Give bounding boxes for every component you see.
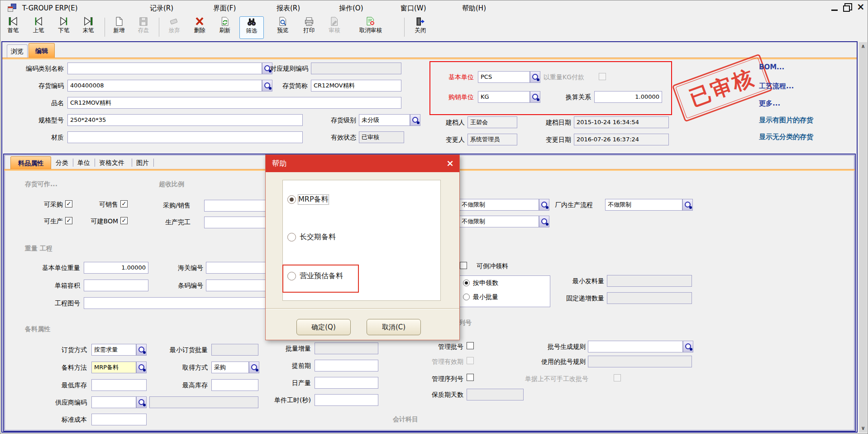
- manage-batch-checkbox[interactable]: [467, 342, 474, 349]
- subtab-qualification[interactable]: 资格文件: [99, 159, 124, 167]
- can-make-checkbox[interactable]: ✓: [65, 217, 72, 224]
- cancel-button[interactable]: 取消(C): [367, 319, 421, 335]
- link-bom[interactable]: BOM...: [759, 63, 784, 71]
- restriction-1-lookup-icon[interactable]: [539, 199, 549, 211]
- prep-method-lookup-icon[interactable]: [136, 362, 147, 373]
- by-request-radio[interactable]: [463, 280, 470, 286]
- factory-flow-label: 厂内生产流程: [555, 201, 593, 209]
- link-show-with-images[interactable]: 显示有图片的存货: [759, 116, 813, 125]
- order-mode-field[interactable]: 按需求量: [91, 344, 136, 356]
- toolbar-preview-button[interactable]: 预览: [272, 16, 294, 39]
- toolbar-delete-button[interactable]: 删除: [189, 16, 210, 39]
- manage-serial-checkbox[interactable]: [467, 374, 474, 381]
- min-stock-field[interactable]: [91, 379, 147, 391]
- toolbar-first-button[interactable]: 首笔: [2, 16, 24, 39]
- inv-level-lookup-icon[interactable]: [410, 114, 420, 126]
- option-sales-forecast-radio[interactable]: [287, 272, 296, 280]
- conversion-label: 换算关系: [555, 93, 591, 101]
- min-batch-radio[interactable]: [463, 294, 470, 300]
- inv-code-field[interactable]: 400400008: [67, 80, 262, 92]
- menu-operate[interactable]: 操作(O): [339, 4, 363, 13]
- link-process-flow[interactable]: 工艺流程...: [759, 82, 794, 91]
- toolbar-last-button[interactable]: 末笔: [77, 16, 99, 39]
- link-more[interactable]: 更多...: [759, 99, 780, 108]
- base-unit-weight-field[interactable]: 1.00000: [84, 262, 148, 274]
- can-buy-checkbox[interactable]: ✓: [65, 200, 72, 207]
- subtab-image[interactable]: 图片: [136, 159, 149, 167]
- material-field[interactable]: [67, 131, 303, 143]
- fixed-increment-field: [607, 292, 692, 304]
- ok-button[interactable]: 确定(Q): [296, 319, 351, 335]
- toolbar-print-button[interactable]: 打印: [298, 16, 320, 39]
- option-sales-forecast-label[interactable]: 营业预估备料: [300, 271, 343, 281]
- vendor-code-field[interactable]: [91, 396, 136, 408]
- subtab-unit[interactable]: 单位: [77, 159, 90, 167]
- spec-field[interactable]: 250*240*35: [67, 114, 303, 126]
- menu-interface[interactable]: 界面(F): [213, 4, 236, 13]
- menu-window[interactable]: 窗口(W): [401, 4, 426, 13]
- prep-method-label: 备料方法: [51, 364, 87, 372]
- restriction-field-2[interactable]: 不做限制: [459, 216, 539, 227]
- can-bom-checkbox[interactable]: ✓: [120, 217, 128, 224]
- restriction-field-1[interactable]: 不做限制: [459, 199, 539, 211]
- toolbar-cancel-audit-button[interactable]: 取消审核: [349, 16, 392, 39]
- subtab-category[interactable]: 分类: [56, 159, 68, 167]
- can-sell-checkbox[interactable]: ✓: [120, 200, 128, 207]
- std-cost-field[interactable]: [91, 414, 147, 425]
- toolbar-close-button[interactable]: 关闭: [410, 16, 431, 39]
- conversion-field[interactable]: 1.00000: [594, 91, 662, 103]
- inv-abbr-field[interactable]: CR12MOV精料: [311, 80, 401, 92]
- factory-flow-field[interactable]: 不做限制: [605, 199, 682, 211]
- delete-x-icon: [194, 16, 205, 27]
- batch-rule-lookup-icon[interactable]: [683, 341, 693, 352]
- inv-level-field[interactable]: 未分级: [359, 114, 410, 126]
- prep-method-field[interactable]: MRP备料: [91, 362, 136, 373]
- menu-help[interactable]: 帮助(H): [462, 4, 486, 13]
- option-mrp-radio[interactable]: [287, 195, 296, 204]
- link-show-unclassified[interactable]: 显示无分类的存货: [759, 133, 813, 141]
- toolbar-next-button[interactable]: 下笔: [53, 16, 75, 39]
- vendor-code-lookup-icon[interactable]: [136, 396, 147, 408]
- product-name-field[interactable]: CR12MOV精料: [67, 97, 401, 109]
- trade-unit-lookup-icon[interactable]: [530, 91, 540, 103]
- help-dialog-titlebar[interactable]: 帮助: [266, 155, 459, 172]
- tab-browse[interactable]: 浏览: [7, 44, 28, 58]
- factory-flow-lookup-icon[interactable]: [682, 199, 693, 211]
- menu-record[interactable]: 记录(R): [150, 4, 173, 13]
- subtab-item-attributes[interactable]: 料品属性: [10, 156, 51, 169]
- scroll-up-icon[interactable]: ∧: [859, 43, 867, 50]
- minimize-icon[interactable]: [831, 10, 838, 11]
- lead-time-field[interactable]: [315, 360, 378, 371]
- vertical-scrollbar[interactable]: [859, 42, 867, 433]
- menu-report[interactable]: 报表(R): [277, 4, 300, 13]
- trade-unit-field[interactable]: KG: [478, 91, 530, 103]
- option-mrp-label[interactable]: MRP备料: [298, 195, 329, 204]
- tab-edit[interactable]: 编辑: [29, 43, 55, 58]
- toolbar-discard-button: 放弃: [163, 16, 185, 39]
- menu-app-title[interactable]: T-GROUP ERP(E): [22, 4, 78, 12]
- toolbar-prev-button[interactable]: 上笔: [28, 16, 49, 39]
- base-unit-field[interactable]: PCS: [478, 71, 530, 83]
- toolbar-new-button[interactable]: 新增: [108, 16, 130, 39]
- box-volume-field[interactable]: [84, 280, 148, 291]
- unit-worktime-field[interactable]: [315, 394, 378, 406]
- daily-output-field[interactable]: [315, 377, 378, 389]
- restriction-2-lookup-icon[interactable]: [539, 216, 549, 227]
- backflush-checkbox[interactable]: [460, 262, 467, 269]
- code-type-field[interactable]: [67, 63, 262, 74]
- batch-rule-field[interactable]: [588, 341, 683, 352]
- scroll-down-icon[interactable]: ∨: [859, 424, 867, 432]
- dialog-close-icon[interactable]: ×: [446, 158, 454, 169]
- option-long-lead-radio[interactable]: [287, 233, 296, 241]
- acquire-mode-field[interactable]: 采购: [211, 362, 249, 373]
- close-icon[interactable]: ×: [857, 1, 865, 12]
- toolbar-filter-button[interactable]: 筛选: [239, 16, 264, 39]
- base-unit-lookup-icon[interactable]: [530, 71, 540, 83]
- max-stock-field[interactable]: [211, 379, 258, 391]
- valid-period-checkbox: [467, 357, 474, 364]
- acquire-mode-lookup-icon[interactable]: [249, 362, 259, 373]
- toolbar-refresh-button[interactable]: 刷新: [214, 16, 236, 39]
- restore-icon[interactable]: [843, 5, 850, 12]
- order-mode-lookup-icon[interactable]: [136, 344, 147, 356]
- option-long-lead-label[interactable]: 长交期备料: [300, 232, 336, 242]
